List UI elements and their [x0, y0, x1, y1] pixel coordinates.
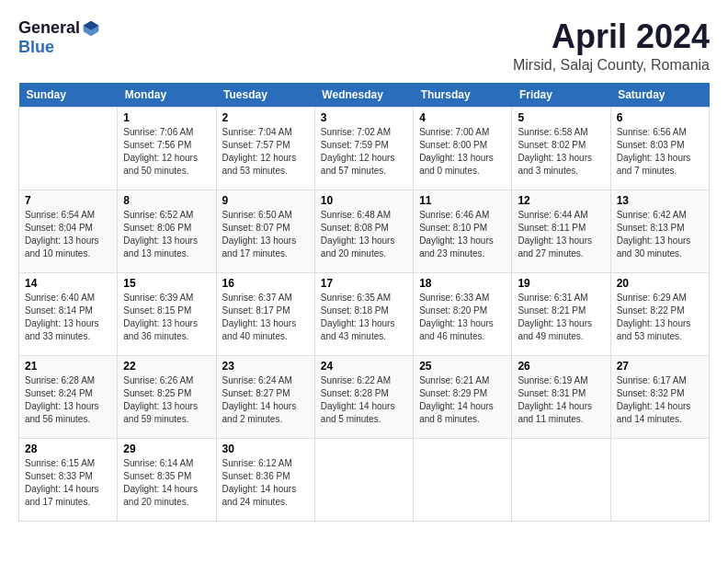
- day-number: 3: [321, 111, 407, 124]
- calendar-week-row: 21Sunrise: 6:28 AMSunset: 8:24 PMDayligh…: [19, 355, 710, 438]
- location-subtitle: Mirsid, Salaj County, Romania: [513, 57, 710, 74]
- logo-blue: Blue: [18, 38, 54, 57]
- calendar-cell: 5Sunrise: 6:58 AMSunset: 8:02 PMDaylight…: [512, 107, 610, 190]
- day-number: 7: [25, 194, 111, 207]
- logo: General Blue: [18, 18, 100, 57]
- day-info: Sunrise: 6:29 AMSunset: 8:22 PMDaylight:…: [617, 292, 703, 343]
- logo-icon: [82, 19, 100, 38]
- day-number: 24: [321, 360, 407, 373]
- day-number: 11: [419, 194, 506, 207]
- calendar-cell: [314, 438, 413, 521]
- calendar-cell: 10Sunrise: 6:48 AMSunset: 8:08 PMDayligh…: [314, 190, 413, 272]
- calendar-cell: 20Sunrise: 6:29 AMSunset: 8:22 PMDayligh…: [610, 272, 709, 355]
- calendar-cell: 1Sunrise: 7:06 AMSunset: 7:56 PMDaylight…: [118, 107, 216, 190]
- day-number: 16: [222, 277, 309, 290]
- day-number: 26: [518, 360, 604, 373]
- day-info: Sunrise: 6:22 AMSunset: 8:28 PMDaylight:…: [321, 374, 407, 426]
- calendar-cell: 12Sunrise: 6:44 AMSunset: 8:11 PMDayligh…: [512, 190, 610, 272]
- calendar-cell: 3Sunrise: 7:02 AMSunset: 7:59 PMDaylight…: [314, 107, 413, 190]
- day-number: 23: [222, 360, 309, 373]
- page-header: General Blue April 2024 Mirsid, Salaj Co…: [18, 18, 710, 74]
- calendar-cell: 18Sunrise: 6:33 AMSunset: 8:20 PMDayligh…: [414, 272, 512, 355]
- calendar-cell: 15Sunrise: 6:39 AMSunset: 8:15 PMDayligh…: [118, 272, 216, 355]
- day-number: 6: [617, 111, 703, 124]
- month-year-title: April 2024: [513, 18, 710, 55]
- day-number: 2: [222, 111, 309, 124]
- day-info: Sunrise: 6:54 AMSunset: 8:04 PMDaylight:…: [25, 209, 111, 260]
- day-number: 25: [419, 360, 506, 373]
- weekday-header: Thursday: [414, 83, 512, 108]
- calendar-cell: 28Sunrise: 6:15 AMSunset: 8:33 PMDayligh…: [19, 438, 118, 521]
- day-info: Sunrise: 7:04 AMSunset: 7:57 PMDaylight:…: [222, 126, 309, 178]
- day-info: Sunrise: 6:52 AMSunset: 8:06 PMDaylight:…: [123, 209, 210, 260]
- day-number: 12: [518, 194, 604, 207]
- title-section: April 2024 Mirsid, Salaj County, Romania: [513, 18, 710, 74]
- calendar-cell: 16Sunrise: 6:37 AMSunset: 8:17 PMDayligh…: [216, 272, 314, 355]
- day-number: 22: [123, 360, 210, 373]
- calendar-cell: 14Sunrise: 6:40 AMSunset: 8:14 PMDayligh…: [19, 272, 118, 355]
- day-info: Sunrise: 6:12 AMSunset: 8:36 PMDaylight:…: [222, 457, 309, 509]
- calendar-cell: 7Sunrise: 6:54 AMSunset: 8:04 PMDaylight…: [19, 190, 118, 272]
- calendar-cell: 26Sunrise: 6:19 AMSunset: 8:31 PMDayligh…: [512, 355, 610, 438]
- day-info: Sunrise: 6:26 AMSunset: 8:25 PMDaylight:…: [123, 374, 210, 426]
- day-number: 5: [518, 111, 604, 124]
- calendar-cell: 22Sunrise: 6:26 AMSunset: 8:25 PMDayligh…: [118, 355, 216, 438]
- day-number: 20: [617, 277, 703, 290]
- calendar-cell: 9Sunrise: 6:50 AMSunset: 8:07 PMDaylight…: [216, 190, 314, 272]
- day-number: 4: [419, 111, 506, 124]
- calendar-cell: 29Sunrise: 6:14 AMSunset: 8:35 PMDayligh…: [118, 438, 216, 521]
- day-info: Sunrise: 6:14 AMSunset: 8:35 PMDaylight:…: [123, 457, 210, 509]
- calendar-cell: 19Sunrise: 6:31 AMSunset: 8:21 PMDayligh…: [512, 272, 610, 355]
- day-number: 28: [25, 442, 111, 455]
- calendar-cell: [414, 438, 512, 521]
- day-number: 1: [123, 111, 210, 124]
- calendar-week-row: 28Sunrise: 6:15 AMSunset: 8:33 PMDayligh…: [19, 438, 710, 521]
- calendar-cell: [512, 438, 610, 521]
- calendar-cell: [19, 107, 118, 190]
- day-info: Sunrise: 6:46 AMSunset: 8:10 PMDaylight:…: [419, 209, 506, 260]
- weekday-header: Monday: [118, 83, 216, 108]
- day-info: Sunrise: 6:58 AMSunset: 8:02 PMDaylight:…: [518, 126, 604, 178]
- day-number: 19: [518, 277, 604, 290]
- day-info: Sunrise: 6:21 AMSunset: 8:29 PMDaylight:…: [419, 374, 506, 426]
- calendar-week-row: 7Sunrise: 6:54 AMSunset: 8:04 PMDaylight…: [19, 190, 710, 272]
- calendar-cell: 17Sunrise: 6:35 AMSunset: 8:18 PMDayligh…: [314, 272, 413, 355]
- day-number: 17: [321, 277, 407, 290]
- calendar-cell: 8Sunrise: 6:52 AMSunset: 8:06 PMDaylight…: [118, 190, 216, 272]
- calendar-cell: 4Sunrise: 7:00 AMSunset: 8:00 PMDaylight…: [414, 107, 512, 190]
- day-info: Sunrise: 6:31 AMSunset: 8:21 PMDaylight:…: [518, 292, 604, 343]
- weekday-header-row: SundayMondayTuesdayWednesdayThursdayFrid…: [19, 83, 710, 108]
- day-info: Sunrise: 7:00 AMSunset: 8:00 PMDaylight:…: [419, 126, 506, 178]
- day-number: 15: [123, 277, 210, 290]
- day-info: Sunrise: 6:44 AMSunset: 8:11 PMDaylight:…: [518, 209, 604, 260]
- day-number: 21: [25, 360, 111, 373]
- day-info: Sunrise: 6:50 AMSunset: 8:07 PMDaylight:…: [222, 209, 309, 260]
- day-number: 18: [419, 277, 506, 290]
- day-number: 29: [123, 442, 210, 455]
- calendar-week-row: 1Sunrise: 7:06 AMSunset: 7:56 PMDaylight…: [19, 107, 710, 190]
- day-info: Sunrise: 6:40 AMSunset: 8:14 PMDaylight:…: [25, 292, 111, 343]
- day-number: 27: [617, 360, 703, 373]
- day-info: Sunrise: 6:19 AMSunset: 8:31 PMDaylight:…: [518, 374, 604, 426]
- day-info: Sunrise: 6:17 AMSunset: 8:32 PMDaylight:…: [617, 374, 703, 426]
- calendar-cell: [610, 438, 709, 521]
- day-info: Sunrise: 6:33 AMSunset: 8:20 PMDaylight:…: [419, 292, 506, 343]
- calendar-table: SundayMondayTuesdayWednesdayThursdayFrid…: [18, 83, 710, 522]
- day-info: Sunrise: 7:02 AMSunset: 7:59 PMDaylight:…: [321, 126, 407, 178]
- calendar-cell: 27Sunrise: 6:17 AMSunset: 8:32 PMDayligh…: [610, 355, 709, 438]
- calendar-cell: 21Sunrise: 6:28 AMSunset: 8:24 PMDayligh…: [19, 355, 118, 438]
- day-info: Sunrise: 6:28 AMSunset: 8:24 PMDaylight:…: [25, 374, 111, 426]
- day-info: Sunrise: 6:35 AMSunset: 8:18 PMDaylight:…: [321, 292, 407, 343]
- day-number: 9: [222, 194, 309, 207]
- weekday-header: Saturday: [610, 83, 709, 108]
- day-info: Sunrise: 6:39 AMSunset: 8:15 PMDaylight:…: [123, 292, 210, 343]
- day-number: 14: [25, 277, 111, 290]
- calendar-cell: 2Sunrise: 7:04 AMSunset: 7:57 PMDaylight…: [216, 107, 314, 190]
- calendar-cell: 11Sunrise: 6:46 AMSunset: 8:10 PMDayligh…: [414, 190, 512, 272]
- calendar-cell: 6Sunrise: 6:56 AMSunset: 8:03 PMDaylight…: [610, 107, 709, 190]
- day-info: Sunrise: 6:15 AMSunset: 8:33 PMDaylight:…: [25, 457, 111, 509]
- weekday-header: Friday: [512, 83, 610, 108]
- calendar-cell: 30Sunrise: 6:12 AMSunset: 8:36 PMDayligh…: [216, 438, 314, 521]
- calendar-cell: 25Sunrise: 6:21 AMSunset: 8:29 PMDayligh…: [414, 355, 512, 438]
- weekday-header: Sunday: [19, 83, 118, 108]
